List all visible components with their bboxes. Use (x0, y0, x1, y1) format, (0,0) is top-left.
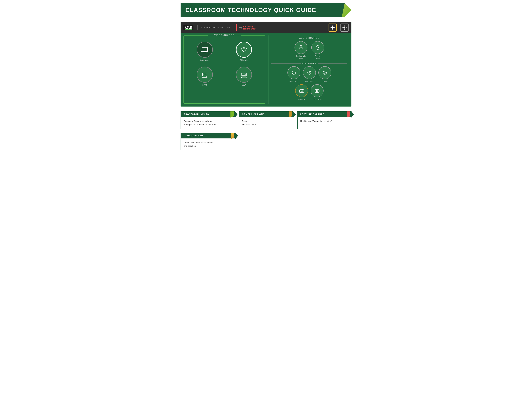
panel-header-bar: UAB CLASSROOM TECHNOLOGY ●● Recording Ho… (181, 22, 351, 33)
svg-point-22 (244, 75, 244, 75)
projector-inputs-card: PROJECTOR INPUTS Document Camera is avai… (180, 111, 235, 129)
equalizer-icon (330, 25, 335, 30)
video-source-title: VIDEO SOURCE (208, 34, 241, 36)
svg-rect-12 (202, 73, 207, 76)
power-start-icon (291, 70, 297, 75)
svg-rect-13 (203, 74, 206, 75)
computer-circle (197, 42, 213, 58)
camera-title: CAMERA OPTIONS (242, 113, 265, 115)
panel-brand-text: CLASSROOM TECHNOLOGY (201, 27, 230, 28)
audio-header: AUDIO OPTIONS (181, 133, 235, 139)
audio-settings-button[interactable] (329, 24, 337, 32)
mic-icon (298, 45, 304, 50)
end-class-label: End Class (305, 80, 313, 82)
podium-mic-label: Podium Mic Mute (296, 55, 305, 60)
touch-panel: UAB CLASSROOM TECHNOLOGY ●● Recording Ho… (180, 22, 352, 107)
video-mute-label: Video Mute (313, 98, 322, 100)
camera-label: Camera (298, 98, 305, 100)
help-circle: ? (318, 66, 331, 79)
projector-header: PROJECTOR INPUTS (181, 111, 235, 117)
audio-accent (231, 133, 234, 139)
video-source-section: VIDEO SOURCE Computer (183, 36, 265, 104)
audio-source-subsection: AUDIO SOURCE Podi (271, 37, 347, 60)
header-accent-decoration (342, 3, 352, 17)
info-grid: PROJECTOR INPUTS Document Camera is avai… (180, 111, 352, 129)
podium-mic-mute-button[interactable]: Podium Mic Mute (294, 41, 307, 60)
projector-accent (230, 111, 234, 118)
lecture-body: Hold to stop (Cannot be restarted) (298, 117, 352, 126)
recording-text: Recording Hold to Stop (243, 25, 256, 30)
svg-point-19 (244, 74, 244, 75)
camera-body: PresetsManual Control (239, 117, 293, 129)
vga-source-button[interactable]: VGA (226, 65, 262, 88)
airmedia-source-button[interactable]: AirMedia (226, 40, 262, 63)
audio-controls-section: AUDIO SOURCE Podi (270, 36, 349, 104)
recording-button[interactable]: ●● Recording Hold to Stop (236, 24, 258, 31)
svg-text:?: ? (324, 71, 326, 74)
page-title: CLASSROOM TECHNOLOGY QUICK GUIDE (185, 7, 347, 14)
lecture-capture-card: LECTURE CAPTURE Hold to stop (Cannot be … (297, 111, 352, 129)
svg-point-11 (244, 51, 244, 52)
video-mute-button[interactable]: Video Mute (311, 84, 323, 100)
vga-icon (240, 70, 248, 79)
camera-button[interactable]: Camera (295, 84, 308, 100)
computer-source-button[interactable]: Computer (186, 40, 223, 63)
lecture-header: LECTURE CAPTURE (298, 111, 352, 117)
audio-source-row: Podium Mic Mute (271, 41, 347, 60)
svg-point-20 (245, 74, 245, 75)
camera-text: PresetsManual Control (242, 120, 256, 126)
start-class-label: Start Class (290, 80, 298, 82)
projector-body: Document Camera is availablethrough icon… (181, 117, 235, 129)
lecture-accent (347, 111, 350, 118)
hdmi-circle (197, 66, 213, 83)
end-class-circle (303, 66, 316, 79)
logo-divider (197, 25, 198, 30)
svg-rect-10 (203, 52, 206, 52)
panel-section-divider (268, 36, 269, 104)
uab-logo: UAB (183, 25, 193, 30)
controls-title: CONTROLS (271, 62, 347, 65)
source-mute-button[interactable]: Source Mute (311, 41, 324, 60)
hdmi-icon (200, 70, 209, 79)
audio-source-title: AUDIO SOURCE (271, 37, 347, 39)
panel-body: VIDEO SOURCE Computer (181, 33, 351, 106)
svg-point-23 (245, 75, 245, 75)
video-mute-icon (314, 88, 320, 94)
hdmi-label: HDMI (202, 84, 207, 86)
camera-icon (299, 88, 304, 94)
help-label: Help (323, 80, 327, 82)
start-class-circle (287, 66, 300, 79)
help-button[interactable]: ? Help (318, 66, 331, 82)
recording-line1: Recording (243, 25, 256, 28)
camera-header: CAMERA OPTIONS (239, 111, 293, 117)
svg-rect-24 (300, 46, 302, 48)
camera-circle (295, 84, 308, 97)
page-header: CLASSROOM TECHNOLOGY QUICK GUIDE (180, 3, 352, 17)
audio-options-card: AUDIO OPTIONS Control volume of micropho… (180, 133, 235, 150)
lecture-text: Hold to stop (Cannot be restarted) (300, 120, 332, 122)
svg-point-27 (316, 46, 319, 48)
audio-title: AUDIO OPTIONS (184, 134, 204, 137)
source-mute-label: Source Mute (315, 55, 321, 60)
vga-label: VGA (242, 84, 246, 86)
power-end-icon (306, 70, 312, 75)
question-icon: ? (322, 70, 328, 75)
video-mute-circle (311, 84, 323, 97)
airmedia-label: AirMedia (240, 59, 248, 61)
mute-icon (342, 25, 347, 30)
computer-label: Computer (200, 59, 209, 61)
projector-title: PROJECTOR INPUTS (184, 113, 209, 115)
controls-row-2: Camera Video Mute (271, 84, 347, 100)
laptop-icon (200, 46, 209, 54)
start-class-button[interactable]: Start Class (287, 66, 300, 82)
wifi-icon (240, 46, 248, 54)
end-class-button[interactable]: End Class (303, 66, 316, 82)
camera-accent (289, 111, 292, 118)
svg-point-37 (301, 91, 302, 91)
controls-subsection: CONTROLS Start Class (271, 62, 347, 101)
svg-rect-8 (202, 47, 208, 51)
mute-button[interactable] (341, 24, 349, 32)
hdmi-source-button[interactable]: HDMI (186, 65, 223, 88)
recording-dots-icon: ●● (239, 26, 242, 29)
audio-text: Control volume of microphonesand speaker… (184, 141, 213, 147)
